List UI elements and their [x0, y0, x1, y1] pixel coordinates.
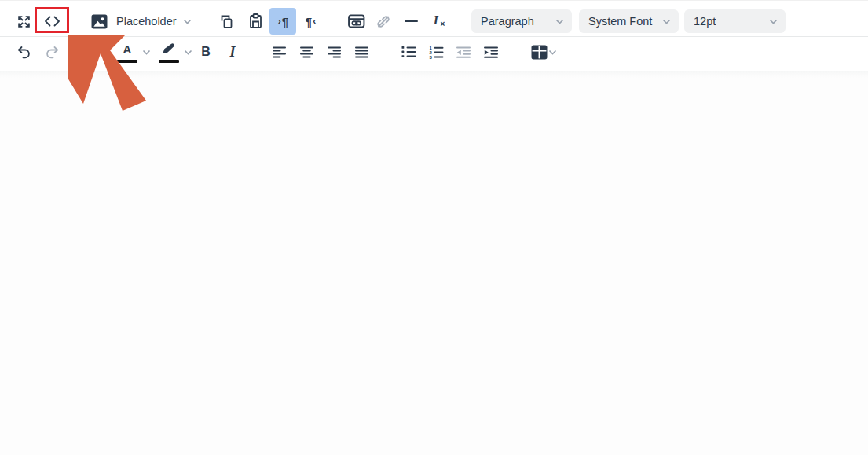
table-icon: [531, 45, 548, 60]
chevron-down-icon: [142, 50, 151, 55]
bullet-list-button[interactable]: [395, 39, 422, 65]
clear-formatting-icon: I ×: [432, 14, 445, 28]
fullscreen-icon: [16, 14, 31, 29]
link-card-icon: [348, 14, 365, 28]
paste-button[interactable]: [242, 8, 269, 35]
chevron-down-icon: [548, 50, 557, 55]
clear-formatting-button[interactable]: I ×: [425, 8, 452, 35]
horizontal-rule-icon: [405, 20, 418, 22]
font-family-value: System Font: [588, 15, 652, 28]
paste-icon: [248, 13, 263, 29]
chevron-down-icon: [555, 19, 564, 24]
toolbar-row-divider: [0, 36, 868, 37]
paragraph-style-value: Paragraph: [481, 15, 534, 28]
justify-button[interactable]: [349, 39, 375, 65]
align-right-button[interactable]: [321, 39, 348, 65]
chevron-down-icon: [184, 50, 192, 55]
unlink-icon: [375, 15, 391, 28]
unlink-button: [370, 8, 397, 35]
horizontal-rule-button[interactable]: [397, 8, 424, 35]
text-color-button[interactable]: A: [114, 39, 141, 65]
numbered-list-icon: 1 2 3: [429, 46, 444, 59]
text-color-icon: A: [123, 43, 132, 55]
align-left-button[interactable]: [266, 39, 293, 65]
bullet-list-icon: [401, 46, 416, 58]
insert-link-card-button[interactable]: [343, 8, 370, 35]
align-right-icon: [328, 46, 342, 58]
svg-text:3: 3: [429, 55, 432, 59]
rich-text-editor: Placeholder ›¶ ¶‹: [0, 0, 868, 455]
italic-icon: I: [229, 45, 235, 59]
font-size-value: 12pt: [694, 15, 716, 28]
align-center-icon: [300, 46, 314, 58]
fullscreen-button[interactable]: [10, 8, 37, 35]
bold-icon: B: [201, 46, 211, 58]
chevron-down-icon: [183, 19, 192, 24]
table-menu-button[interactable]: [546, 39, 559, 65]
redo-button: [39, 39, 66, 65]
source-code-button[interactable]: [38, 8, 65, 35]
text-color-swatch: [117, 60, 137, 64]
align-left-icon: [273, 46, 287, 58]
editor-toolbar: Placeholder ›¶ ¶‹: [0, 0, 868, 72]
undo-icon: [16, 46, 31, 59]
text-color-menu-button[interactable]: [140, 39, 152, 65]
copy-button[interactable]: [213, 8, 240, 35]
undo-button[interactable]: [10, 39, 37, 65]
font-family-dropdown[interactable]: System Font: [579, 9, 679, 33]
insert-image-button[interactable]: [86, 8, 112, 35]
image-icon: [91, 14, 108, 29]
right-to-left-button[interactable]: ¶‹: [298, 8, 324, 35]
outdent-icon: [456, 46, 471, 58]
chevron-down-icon: [769, 19, 778, 24]
left-to-right-button[interactable]: ›¶: [269, 8, 296, 35]
justify-icon: [355, 46, 369, 58]
indent-icon: [484, 46, 499, 58]
source-code-icon: [43, 15, 61, 28]
placeholder-dropdown-button[interactable]: Placeholder: [113, 8, 200, 35]
indent-button[interactable]: [478, 39, 504, 65]
redo-icon: [45, 46, 60, 59]
editor-content-area[interactable]: [0, 71, 868, 455]
copy-icon: [219, 14, 233, 29]
italic-button[interactable]: I: [219, 39, 246, 65]
circle-icon: [71, 42, 91, 62]
align-center-button[interactable]: [294, 39, 320, 65]
placeholder-dropdown-label: Placeholder: [116, 15, 177, 28]
chevron-down-icon: [662, 19, 671, 24]
circle-button: [68, 39, 94, 65]
highlighter-pen-icon: [161, 43, 177, 55]
rtl-icon: ¶‹: [306, 16, 317, 28]
highlight-color-swatch: [159, 60, 179, 64]
outdent-button: [450, 39, 477, 65]
bold-button[interactable]: B: [192, 39, 219, 65]
numbered-list-button[interactable]: 1 2 3: [423, 39, 449, 65]
font-size-dropdown[interactable]: 12pt: [684, 9, 786, 33]
paragraph-style-dropdown[interactable]: Paragraph: [471, 9, 572, 33]
ltr-icon: ›¶: [277, 16, 288, 28]
highlight-color-button[interactable]: [156, 39, 182, 65]
